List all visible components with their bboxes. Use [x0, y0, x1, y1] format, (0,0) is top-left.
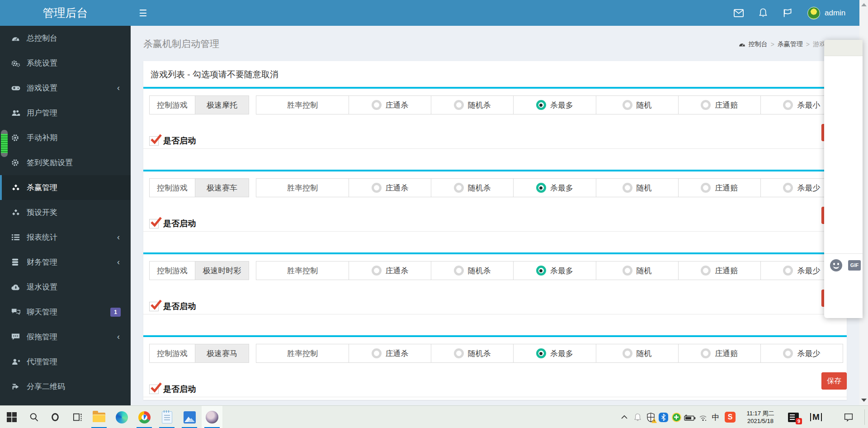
sidebar-item-manual-period[interactable]: 手动补期 — [0, 125, 131, 150]
tray-battery-button[interactable] — [683, 406, 697, 428]
clock-time: 11:17 周二 — [746, 409, 774, 417]
radio-option[interactable]: 庄通赔 — [678, 262, 760, 280]
game-section-jisushishicai: 控制游戏 极速时时彩 胜率控制 庄通杀 随机杀 杀最多 随机 庄通赔 杀最少 — [143, 252, 847, 314]
sidebar-item-rebate-settings[interactable]: 退水设置 — [0, 275, 131, 300]
radio-option[interactable]: 随机杀 — [431, 179, 513, 197]
scrollbar-thumb[interactable] — [1, 130, 8, 157]
radio-option-selected[interactable]: 杀最多 — [513, 262, 595, 280]
radio-option[interactable]: 随机 — [596, 96, 678, 114]
messages-button[interactable] — [728, 0, 750, 26]
sidebar-item-share-qrcode[interactable]: 分享二维码 — [0, 374, 131, 399]
chat-app-button[interactable] — [202, 406, 222, 428]
edge-button[interactable] — [111, 406, 132, 428]
ime-indicator[interactable]: 中 — [709, 406, 722, 428]
sidebar-item-game-settings[interactable]: 游戏设置 ‹ — [0, 76, 131, 100]
start-button[interactable] — [1, 406, 22, 428]
emoji-icon[interactable] — [830, 259, 842, 271]
tray-bell-button[interactable] — [631, 406, 644, 428]
radio-option[interactable]: 庄通赔 — [678, 96, 760, 114]
sogou-input-button[interactable]: S — [723, 406, 737, 428]
chat-panel-header[interactable] — [824, 40, 863, 56]
tray-antivirus-button[interactable] — [670, 406, 683, 428]
bluetooth-icon — [659, 413, 668, 422]
enable-checkbox[interactable] — [149, 136, 159, 146]
cortana-icon — [50, 412, 60, 422]
radio-option[interactable]: 随机 — [596, 344, 678, 362]
file-explorer-button[interactable] — [89, 406, 109, 428]
taskbar-clock[interactable]: 11:17 周二 2021/5/18 — [741, 406, 780, 428]
sidebar-item-kill-win-management[interactable]: 杀赢管理 — [0, 175, 131, 200]
win-rate-label: 胜率控制 — [256, 262, 349, 280]
radio-option[interactable]: 杀最少 — [760, 344, 843, 362]
radio-icon — [623, 348, 632, 358]
enable-checkbox[interactable] — [149, 385, 159, 394]
user-name: admin — [825, 9, 845, 18]
action-center-button[interactable] — [842, 406, 855, 428]
user-menu[interactable]: admin — [807, 0, 845, 26]
app-logo[interactable]: 管理后台 — [0, 0, 131, 26]
show-desktop-separator[interactable] — [864, 409, 865, 425]
radio-option[interactable]: 庄通杀 — [349, 96, 431, 114]
user-avatar — [807, 7, 820, 19]
radio-option[interactable]: 随机杀 — [431, 262, 513, 280]
breadcrumb-mid-link[interactable]: 杀赢管理 — [778, 40, 803, 48]
notifications-button[interactable] — [752, 0, 774, 26]
search-button[interactable] — [24, 406, 44, 428]
cortana-button[interactable] — [45, 406, 66, 428]
tray-bluetooth-button[interactable] — [656, 406, 670, 428]
notepad-button[interactable] — [156, 406, 177, 428]
task-view-button[interactable] — [67, 406, 88, 428]
radio-option-selected[interactable]: 杀最多 — [513, 96, 595, 114]
save-button[interactable]: 保存 — [821, 372, 847, 390]
enable-checkbox[interactable] — [149, 302, 159, 311]
task-view-icon — [73, 412, 83, 422]
sidebar-item-signin-reward[interactable]: 签到奖励设置 — [0, 150, 131, 175]
controls-row: 控制游戏 极速时时彩 胜率控制 庄通杀 随机杀 杀最多 随机 庄通赔 杀最少 — [149, 261, 843, 280]
radio-option-selected[interactable]: 杀最多 — [513, 179, 595, 197]
gif-icon[interactable]: GIF — [848, 260, 861, 271]
chrome-button[interactable] — [134, 406, 155, 428]
radio-label: 随机杀 — [468, 183, 491, 193]
tray-expand-button[interactable] — [618, 406, 631, 428]
sidebar-item-agent-management[interactable]: 代理管理 — [0, 349, 131, 374]
radio-icon — [372, 348, 382, 358]
sidebar-item-finance-management[interactable]: 财务管理 ‹ — [0, 250, 131, 275]
tray-wifi-button[interactable] — [696, 406, 710, 428]
sidebar-item-dashboard[interactable]: 总控制台 — [0, 26, 131, 51]
sidebar-item-label: 系统设置 — [27, 58, 57, 68]
radio-option-selected[interactable]: 杀最多 — [513, 344, 595, 362]
page-title: 杀赢机制启动管理 — [143, 38, 219, 50]
controls-row: 控制游戏 极速赛马 胜率控制 庄通杀 随机杀 杀最多 随机 庄通赔 杀最少 — [149, 344, 843, 363]
controls-row: 控制游戏 极速赛车 胜率控制 庄通杀 随机杀 杀最多 随机 庄通赔 杀最少 — [149, 178, 843, 197]
radio-option[interactable]: 随机 — [596, 179, 678, 197]
sidebar-item-label: 退水设置 — [27, 282, 57, 292]
mail-app-button[interactable]: 9 — [787, 406, 800, 428]
photos-button[interactable] — [179, 406, 200, 428]
scroll-up-arrow-icon[interactable] — [861, 3, 867, 6]
radio-option[interactable]: 随机杀 — [431, 344, 513, 362]
control-game-label: 控制游戏 — [149, 261, 195, 280]
sidebar-item-fake-drag-management[interactable]: 假拖管理 ‹ — [0, 324, 131, 349]
radio-option[interactable]: 庄通杀 — [349, 262, 431, 280]
sidebar-item-user-management[interactable]: 用户管理 — [0, 100, 131, 125]
sidebar-item-preset-draw[interactable]: 预设开奖 — [0, 200, 131, 225]
tasks-button[interactable] — [777, 0, 798, 26]
sidebar-toggle-button[interactable]: ☰ — [131, 0, 156, 26]
sidebar-item-chat-management[interactable]: 聊天管理 1 — [0, 300, 131, 324]
m-app-button[interactable]: M — [809, 406, 823, 428]
sidebar-item-report-statistics[interactable]: 报表统计 ‹ — [0, 225, 131, 250]
radio-option[interactable]: 随机 — [596, 262, 678, 280]
radio-icon — [783, 348, 793, 358]
radio-option[interactable]: 庄通杀 — [349, 179, 431, 197]
scroll-down-arrow-icon[interactable] — [861, 399, 867, 402]
radio-option[interactable]: 庄通赔 — [678, 344, 760, 362]
top-navbar: 管理后台 ☰ admin — [0, 0, 859, 26]
radio-label: 杀最多 — [550, 348, 573, 359]
radio-option[interactable]: 随机杀 — [431, 96, 513, 114]
radio-option[interactable]: 庄通赔 — [678, 179, 760, 197]
breadcrumb-home-link[interactable]: 控制台 — [749, 40, 768, 48]
tray-defender-button[interactable] — [644, 406, 657, 428]
radio-option[interactable]: 庄通杀 — [349, 344, 431, 362]
enable-checkbox[interactable] — [149, 219, 159, 228]
sidebar-item-system-settings[interactable]: 系统设置 — [0, 51, 131, 76]
